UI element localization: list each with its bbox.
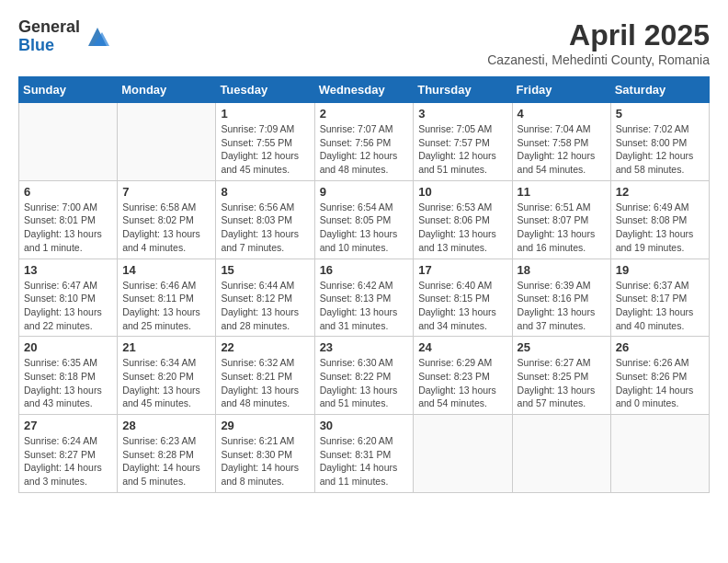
day-of-week-header: Thursday	[414, 77, 512, 103]
calendar-cell: 5Sunrise: 7:02 AM Sunset: 8:00 PM Daylig…	[610, 103, 709, 181]
calendar-cell	[512, 415, 610, 493]
calendar-cell	[19, 103, 118, 181]
day-number: 3	[418, 107, 506, 121]
day-number: 15	[221, 263, 309, 277]
day-number: 12	[616, 185, 704, 199]
day-info: Sunrise: 6:53 AM Sunset: 8:06 PM Dayligh…	[418, 201, 506, 255]
day-of-week-header: Friday	[512, 77, 610, 103]
week-row: 13Sunrise: 6:47 AM Sunset: 8:10 PM Dayli…	[19, 259, 710, 337]
day-info: Sunrise: 6:20 AM Sunset: 8:31 PM Dayligh…	[320, 434, 409, 488]
day-number: 10	[418, 185, 506, 199]
title-section: April 2025 Cazanesti, Mehedinti County, …	[487, 18, 710, 67]
day-info: Sunrise: 6:35 AM Sunset: 8:18 PM Dayligh…	[24, 356, 112, 410]
calendar-cell: 24Sunrise: 6:29 AM Sunset: 8:23 PM Dayli…	[414, 337, 512, 415]
day-number: 8	[221, 185, 309, 199]
calendar-cell: 15Sunrise: 6:44 AM Sunset: 8:12 PM Dayli…	[216, 259, 314, 337]
day-info: Sunrise: 6:27 AM Sunset: 8:25 PM Dayligh…	[518, 356, 606, 410]
calendar-cell: 6Sunrise: 7:00 AM Sunset: 8:01 PM Daylig…	[19, 180, 118, 259]
day-number: 30	[320, 419, 409, 432]
day-of-week-header: Saturday	[610, 77, 709, 103]
day-number: 28	[122, 419, 210, 432]
calendar-cell: 25Sunrise: 6:27 AM Sunset: 8:25 PM Dayli…	[512, 337, 610, 415]
day-number: 11	[518, 185, 606, 199]
calendar-cell: 21Sunrise: 6:34 AM Sunset: 8:20 PM Dayli…	[118, 337, 216, 415]
day-info: Sunrise: 6:26 AM Sunset: 8:26 PM Dayligh…	[616, 356, 704, 410]
calendar-cell	[118, 103, 216, 181]
day-info: Sunrise: 7:07 AM Sunset: 7:56 PM Dayligh…	[320, 122, 409, 177]
day-info: Sunrise: 6:29 AM Sunset: 8:23 PM Dayligh…	[418, 356, 506, 410]
day-number: 26	[616, 340, 704, 354]
calendar-cell: 18Sunrise: 6:39 AM Sunset: 8:16 PM Dayli…	[512, 259, 610, 337]
calendar-table: SundayMondayTuesdayWednesdayThursdayFrid…	[18, 76, 710, 493]
day-info: Sunrise: 6:42 AM Sunset: 8:13 PM Dayligh…	[320, 279, 409, 333]
calendar-cell: 10Sunrise: 6:53 AM Sunset: 8:06 PM Dayli…	[414, 180, 512, 259]
calendar-cell: 16Sunrise: 6:42 AM Sunset: 8:13 PM Dayli…	[314, 259, 414, 337]
day-number: 6	[24, 185, 112, 199]
calendar-cell	[610, 415, 709, 493]
day-number: 27	[24, 419, 112, 432]
day-info: Sunrise: 6:32 AM Sunset: 8:21 PM Dayligh…	[221, 356, 309, 410]
day-number: 4	[518, 107, 606, 121]
calendar-cell: 11Sunrise: 6:51 AM Sunset: 8:07 PM Dayli…	[512, 180, 610, 259]
calendar-cell: 22Sunrise: 6:32 AM Sunset: 8:21 PM Dayli…	[216, 337, 314, 415]
calendar-cell: 13Sunrise: 6:47 AM Sunset: 8:10 PM Dayli…	[19, 259, 118, 337]
logo: General Blue	[18, 18, 111, 55]
day-info: Sunrise: 7:05 AM Sunset: 7:57 PM Dayligh…	[418, 122, 506, 177]
day-info: Sunrise: 6:37 AM Sunset: 8:17 PM Dayligh…	[616, 279, 704, 333]
day-info: Sunrise: 6:44 AM Sunset: 8:12 PM Dayligh…	[221, 279, 309, 333]
day-number: 13	[24, 263, 112, 277]
calendar-cell: 4Sunrise: 7:04 AM Sunset: 7:58 PM Daylig…	[512, 103, 610, 181]
calendar-cell: 26Sunrise: 6:26 AM Sunset: 8:26 PM Dayli…	[610, 337, 709, 415]
day-info: Sunrise: 6:40 AM Sunset: 8:15 PM Dayligh…	[418, 279, 506, 333]
calendar-cell: 9Sunrise: 6:54 AM Sunset: 8:05 PM Daylig…	[314, 180, 414, 259]
day-number: 19	[616, 263, 704, 277]
calendar-cell: 7Sunrise: 6:58 AM Sunset: 8:02 PM Daylig…	[118, 180, 216, 259]
logo-blue-text: Blue	[18, 37, 80, 55]
day-number: 14	[122, 263, 210, 277]
day-number: 9	[320, 185, 409, 199]
day-number: 24	[418, 340, 506, 354]
logo-general-text: General	[18, 18, 80, 37]
day-info: Sunrise: 6:39 AM Sunset: 8:16 PM Dayligh…	[518, 279, 606, 333]
day-number: 7	[122, 185, 210, 199]
calendar-cell	[414, 415, 512, 493]
day-number: 20	[24, 340, 112, 354]
calendar-cell: 30Sunrise: 6:20 AM Sunset: 8:31 PM Dayli…	[314, 415, 414, 493]
calendar-cell: 19Sunrise: 6:37 AM Sunset: 8:17 PM Dayli…	[610, 259, 709, 337]
calendar-cell: 2Sunrise: 7:07 AM Sunset: 7:56 PM Daylig…	[314, 103, 414, 181]
calendar-cell: 29Sunrise: 6:21 AM Sunset: 8:30 PM Dayli…	[216, 415, 314, 493]
calendar-cell: 8Sunrise: 6:56 AM Sunset: 8:03 PM Daylig…	[216, 180, 314, 259]
calendar-cell: 1Sunrise: 7:09 AM Sunset: 7:55 PM Daylig…	[216, 103, 314, 181]
day-info: Sunrise: 6:34 AM Sunset: 8:20 PM Dayligh…	[122, 356, 210, 410]
calendar-cell: 28Sunrise: 6:23 AM Sunset: 8:28 PM Dayli…	[118, 415, 216, 493]
day-info: Sunrise: 6:54 AM Sunset: 8:05 PM Dayligh…	[320, 201, 409, 255]
day-info: Sunrise: 6:30 AM Sunset: 8:22 PM Dayligh…	[320, 356, 409, 410]
calendar-cell: 20Sunrise: 6:35 AM Sunset: 8:18 PM Dayli…	[19, 337, 118, 415]
calendar-cell: 12Sunrise: 6:49 AM Sunset: 8:08 PM Dayli…	[610, 180, 709, 259]
month-title: April 2025	[487, 18, 710, 52]
day-info: Sunrise: 6:47 AM Sunset: 8:10 PM Dayligh…	[24, 279, 112, 333]
day-number: 18	[518, 263, 606, 277]
day-number: 17	[418, 263, 506, 277]
day-number: 2	[320, 107, 409, 121]
day-info: Sunrise: 7:04 AM Sunset: 7:58 PM Dayligh…	[518, 122, 606, 177]
day-number: 23	[320, 340, 409, 354]
day-of-week-header: Wednesday	[314, 77, 414, 103]
day-number: 25	[518, 340, 606, 354]
day-of-week-header: Sunday	[19, 77, 118, 103]
day-number: 16	[320, 263, 409, 277]
page-header: General Blue April 2025 Cazanesti, Mehed…	[18, 18, 710, 67]
day-info: Sunrise: 7:00 AM Sunset: 8:01 PM Dayligh…	[24, 201, 112, 255]
day-info: Sunrise: 6:56 AM Sunset: 8:03 PM Dayligh…	[221, 201, 309, 255]
day-info: Sunrise: 6:21 AM Sunset: 8:30 PM Dayligh…	[221, 434, 309, 488]
calendar-cell: 3Sunrise: 7:05 AM Sunset: 7:57 PM Daylig…	[414, 103, 512, 181]
location-subtitle: Cazanesti, Mehedinti County, Romania	[487, 52, 710, 67]
day-number: 1	[221, 107, 309, 121]
day-info: Sunrise: 6:51 AM Sunset: 8:07 PM Dayligh…	[518, 201, 606, 255]
calendar-cell: 23Sunrise: 6:30 AM Sunset: 8:22 PM Dayli…	[314, 337, 414, 415]
week-row: 20Sunrise: 6:35 AM Sunset: 8:18 PM Dayli…	[19, 337, 710, 415]
day-of-week-header: Tuesday	[216, 77, 314, 103]
day-of-week-header: Monday	[118, 77, 216, 103]
day-info: Sunrise: 7:09 AM Sunset: 7:55 PM Dayligh…	[221, 122, 309, 177]
day-number: 22	[221, 340, 309, 354]
